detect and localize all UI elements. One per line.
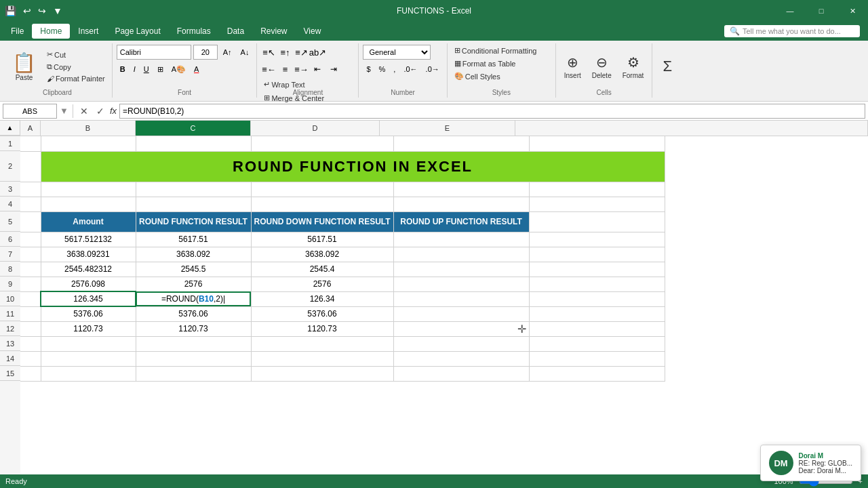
row-header-15[interactable]: 15 (0, 366, 20, 381)
close-button[interactable]: ✕ (837, 0, 868, 22)
cell-d14[interactable] (251, 351, 393, 366)
cell-b11[interactable]: 5376.06 (41, 306, 136, 321)
cell-f3[interactable] (529, 182, 665, 197)
cell-b5-header[interactable]: Amount (41, 211, 136, 232)
menu-data[interactable]: Data (219, 24, 252, 39)
col-header-b[interactable]: B (41, 121, 136, 136)
quick-access-toolbar[interactable]: 💾 ↩ ↪ ▼ (3, 0, 64, 22)
quick-access-dropdown-icon[interactable]: ▼ (51, 5, 64, 16)
cell-c9[interactable]: 2576 (136, 277, 251, 291)
cell-c14[interactable] (136, 351, 251, 366)
cell-e7[interactable] (393, 247, 529, 262)
cell-c4[interactable] (136, 197, 251, 211)
cell-b3[interactable] (41, 182, 136, 197)
cell-e12[interactable]: ✛ (393, 321, 529, 336)
row-header-13[interactable]: 13 (0, 336, 20, 351)
cell-e1[interactable] (393, 136, 529, 151)
cell-d4[interactable] (251, 197, 393, 211)
cell-d7[interactable]: 3638.092 (251, 247, 393, 262)
cell-a5[interactable] (20, 211, 41, 232)
underline-button[interactable]: U (140, 62, 153, 77)
cell-e13[interactable] (393, 336, 529, 351)
orientation-button[interactable]: ab↗ (310, 45, 325, 60)
number-format-select[interactable]: General Number Currency Percentage (363, 45, 431, 60)
cell-b4[interactable] (41, 197, 136, 211)
cell-d8[interactable]: 2545.4 (251, 262, 393, 277)
copy-button[interactable]: ⧉ Copy (44, 61, 108, 73)
cell-b10[interactable]: 126.345 (41, 291, 136, 306)
cell-styles-button[interactable]: 🎨 Cell Styles (452, 70, 503, 82)
cell-c8[interactable]: 2545.5 (136, 262, 251, 277)
col-header-e[interactable]: E (380, 121, 515, 136)
cell-d11[interactable]: 5376.06 (251, 306, 393, 321)
cell-a9[interactable] (20, 277, 41, 291)
cell-d3[interactable] (251, 182, 393, 197)
cell-d12[interactable]: 1120.73 (251, 321, 393, 336)
cell-e8[interactable] (393, 262, 529, 277)
row-header-1[interactable]: 1 (0, 136, 20, 151)
cell-c7[interactable]: 3638.092 (136, 247, 251, 262)
cell-b14[interactable] (41, 351, 136, 366)
cell-b1[interactable] (41, 136, 136, 151)
align-center-button[interactable]: ≡ (277, 62, 292, 77)
increase-indent-button[interactable]: ⇥ (326, 62, 341, 77)
menu-formulas[interactable]: Formulas (169, 24, 219, 39)
cell-b13[interactable] (41, 336, 136, 351)
align-right-button[interactable]: ≡→ (294, 62, 309, 77)
cell-c1[interactable] (136, 136, 251, 151)
cell-e15[interactable] (393, 366, 529, 381)
font-color-button[interactable]: A (191, 62, 202, 77)
cell-a15[interactable] (20, 366, 41, 381)
align-left-button[interactable]: ≡← (261, 62, 276, 77)
menu-file[interactable]: File (3, 24, 32, 39)
row-header-10[interactable]: 10 (0, 291, 20, 306)
autosum-button[interactable]: Σ (656, 47, 678, 86)
font-size-input[interactable] (193, 45, 218, 60)
cell-a6[interactable] (20, 232, 41, 247)
increase-decimal-button[interactable]: .0→ (422, 62, 443, 77)
cell-b6[interactable]: 5617.512132 (41, 232, 136, 247)
paste-button[interactable]: 📋 Paste (7, 47, 41, 86)
conditional-formatting-button[interactable]: ⊞ Conditional Formatting (452, 45, 540, 56)
percent-button[interactable]: % (376, 62, 389, 77)
font-name-input[interactable] (117, 45, 191, 60)
menu-insert[interactable]: Insert (70, 24, 106, 39)
cell-f13[interactable] (529, 336, 665, 351)
maximize-button[interactable]: □ (806, 0, 837, 22)
cell-f14[interactable] (529, 351, 665, 366)
comma-button[interactable]: , (390, 62, 399, 77)
bold-button[interactable]: B (117, 62, 129, 77)
row-header-9[interactable]: 9 (0, 277, 20, 291)
row-header-5[interactable]: 5 (0, 211, 20, 232)
cell-a10[interactable] (20, 291, 41, 306)
cell-d1[interactable] (251, 136, 393, 151)
cell-e11[interactable] (393, 306, 529, 321)
cell-e14[interactable] (393, 351, 529, 366)
select-all-button[interactable]: ▲ (0, 121, 20, 136)
cancel-edit-button[interactable]: ✕ (77, 106, 91, 117)
cell-c11[interactable]: 5376.06 (136, 306, 251, 321)
cell-e10[interactable] (393, 291, 529, 306)
cell-a1[interactable] (20, 136, 41, 151)
cell-f15[interactable] (529, 366, 665, 381)
cell-a11[interactable] (20, 306, 41, 321)
search-bar[interactable]: Tell me what you want to do... (743, 27, 841, 35)
cell-c15[interactable] (136, 366, 251, 381)
redo-icon[interactable]: ↪ (36, 5, 48, 16)
format-as-table-button[interactable]: ▦ Format as Table (452, 58, 519, 69)
cell-e9[interactable] (393, 277, 529, 291)
cell-b8[interactable]: 2545.482312 (41, 262, 136, 277)
cell-f10[interactable] (529, 291, 665, 306)
fill-color-button[interactable]: A🎨 (168, 62, 189, 77)
increase-font-button[interactable]: A↑ (220, 45, 235, 60)
cell-c5-header[interactable]: ROUND FUNCTION RESULT (136, 211, 251, 232)
cell-b9[interactable]: 2576.098 (41, 277, 136, 291)
cut-button[interactable]: ✂ Cut (44, 49, 108, 60)
cell-a4[interactable] (20, 197, 41, 211)
cell-c10[interactable]: =ROUND(B10,2)| (136, 291, 251, 306)
format-button[interactable]: ⚙ Format (618, 47, 648, 86)
col-header-d[interactable]: D (251, 121, 380, 136)
cell-a3[interactable] (20, 182, 41, 197)
align-top-center-button[interactable]: ≡↑ (277, 45, 292, 60)
cell-e5-header[interactable]: ROUND UP FUNCTION RESULT (393, 211, 529, 232)
